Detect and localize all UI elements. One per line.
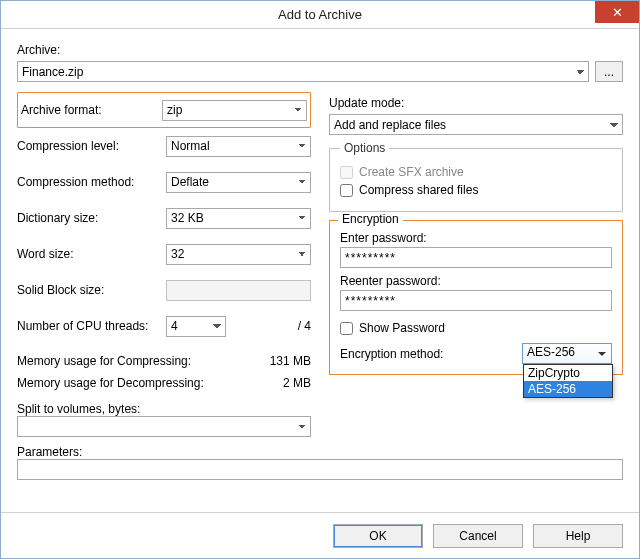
encryption-method-label: Encryption method:	[340, 347, 514, 361]
archive-path-field[interactable]: Finance.zip	[17, 61, 589, 82]
enter-password-label: Enter password:	[340, 231, 612, 245]
split-volumes-label: Split to volumes, bytes:	[17, 402, 311, 416]
dialog-content: Archive: Finance.zip ... Archive format:…	[1, 29, 639, 512]
word-size-label: Word size:	[17, 247, 166, 261]
split-volumes-select[interactable]	[17, 416, 311, 437]
show-password-checkbox[interactable]	[340, 322, 353, 335]
dictionary-size-label: Dictionary size:	[17, 211, 166, 225]
solid-block-size-label: Solid Block size:	[17, 283, 166, 297]
left-column: Archive format: zip Compression level: N…	[17, 92, 311, 437]
compress-shared-checkbox[interactable]	[340, 184, 353, 197]
encryption-legend: Encryption	[338, 212, 403, 226]
update-mode-label: Update mode:	[329, 96, 623, 110]
close-button[interactable]: ✕	[595, 1, 639, 23]
compression-level-label: Compression level:	[17, 139, 166, 153]
archive-label: Archive:	[17, 43, 623, 57]
archive-format-select[interactable]: zip	[162, 100, 307, 121]
mem-decompress-value: 2 MB	[283, 376, 311, 390]
right-column: Update mode: Add and replace files Optio…	[329, 92, 623, 437]
compress-shared-label: Compress shared files	[359, 183, 478, 197]
button-bar: OK Cancel Help	[1, 512, 639, 558]
cpu-threads-select[interactable]: 4	[166, 316, 226, 337]
enter-password-input[interactable]	[340, 247, 612, 268]
options-legend: Options	[340, 141, 389, 155]
add-to-archive-dialog: Add to Archive ✕ Archive: Finance.zip ..…	[0, 0, 640, 559]
cpu-threads-label: Number of CPU threads:	[17, 319, 166, 333]
create-sfx-checkbox	[340, 166, 353, 179]
encryption-option-aes256[interactable]: AES-256	[524, 381, 612, 397]
create-sfx-label: Create SFX archive	[359, 165, 464, 179]
mem-decompress-label: Memory usage for Decompressing:	[17, 376, 204, 390]
browse-button[interactable]: ...	[595, 61, 623, 82]
compression-level-select[interactable]: Normal	[166, 136, 311, 157]
encryption-option-zipcrypto[interactable]: ZipCrypto	[524, 365, 612, 381]
encryption-method-dropdown[interactable]: ZipCrypto AES-256	[523, 364, 613, 398]
ok-button[interactable]: OK	[333, 524, 423, 548]
dictionary-size-select[interactable]: 32 KB	[166, 208, 311, 229]
reenter-password-input[interactable]	[340, 290, 612, 311]
update-mode-select[interactable]: Add and replace files	[329, 114, 623, 135]
window-title: Add to Archive	[1, 7, 639, 22]
options-group: Options Create SFX archive Compress shar…	[329, 141, 623, 212]
encryption-method-value: AES-256	[527, 345, 575, 359]
mem-compress-value: 131 MB	[270, 354, 311, 368]
help-button[interactable]: Help	[533, 524, 623, 548]
mem-compress-label: Memory usage for Compressing:	[17, 354, 191, 368]
encryption-method-select[interactable]: AES-256 ZipCrypto AES-256	[522, 343, 612, 364]
titlebar: Add to Archive ✕	[1, 1, 639, 29]
cancel-button[interactable]: Cancel	[433, 524, 523, 548]
compression-method-label: Compression method:	[17, 175, 166, 189]
parameters-input[interactable]	[17, 459, 623, 480]
browse-label: ...	[604, 65, 614, 79]
archive-format-label: Archive format:	[21, 103, 162, 117]
reenter-password-label: Reenter password:	[340, 274, 612, 288]
word-size-select[interactable]: 32	[166, 244, 311, 265]
archive-format-row: Archive format: zip	[17, 92, 311, 128]
close-icon: ✕	[612, 6, 623, 19]
parameters-label: Parameters:	[17, 445, 623, 459]
show-password-label: Show Password	[359, 321, 445, 335]
encryption-group: Encryption Enter password: Reenter passw…	[329, 220, 623, 375]
compression-method-select[interactable]: Deflate	[166, 172, 311, 193]
cpu-threads-total: / 4	[232, 319, 311, 333]
solid-block-size-select	[166, 280, 311, 301]
